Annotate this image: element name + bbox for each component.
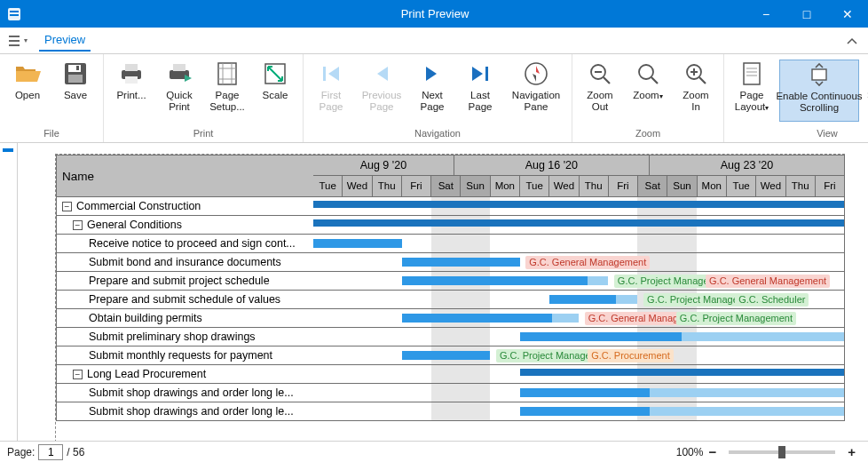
task-name-cell: Prepare and submit project schedule [56, 272, 313, 291]
collapse-ribbon-button[interactable] [847, 36, 861, 45]
collapse-toggle[interactable]: − [62, 202, 72, 211]
task-name-cell: −Commercial Construction [56, 197, 313, 216]
task-bar [520, 407, 844, 416]
zoom-in-label: Zoom In [683, 90, 708, 112]
quick-print-icon [165, 60, 193, 88]
save-button[interactable]: Save [55, 60, 96, 122]
save-icon [61, 60, 90, 88]
gantt-row [313, 197, 844, 216]
summary-bar [313, 219, 844, 227]
next-page-button[interactable]: Next Page [412, 60, 453, 122]
zoom-out-minus-button[interactable]: − [703, 444, 722, 459]
name-column-header: Name [56, 155, 313, 197]
day-header-cell: Thu [580, 176, 609, 197]
gantt-row [313, 365, 844, 384]
day-header-cell: Sat [431, 176, 461, 197]
open-button[interactable]: Open [7, 60, 48, 122]
scale-label: Scale [263, 90, 288, 101]
resource-tag: G.C. General Management [525, 256, 650, 269]
maximize-button[interactable]: □ [786, 0, 827, 28]
collapse-toggle[interactable]: − [73, 220, 83, 230]
zoom-out-button[interactable]: Zoom Out [580, 60, 620, 122]
page-layout-button[interactable]: Page Layout▾ [731, 60, 772, 122]
gantt-row [313, 402, 844, 421]
ribbon-group-view: Page Layout▾ Enable Continuous Scrolling… [724, 54, 868, 142]
gantt-row: G.C. Project ManagementG.C. General Mana… [313, 272, 844, 291]
day-header-cell: Wed [343, 176, 372, 197]
page-setup-label: Page Setup... [209, 90, 245, 112]
ribbon-group-zoom: Zoom Out Zoom▾ Zoom In Zoom [572, 54, 724, 142]
collapse-toggle[interactable]: − [73, 370, 83, 379]
svg-line-22 [269, 68, 281, 80]
task-bar [402, 351, 491, 360]
quick-print-button[interactable]: Quick Print [159, 60, 200, 122]
day-header-cell: Sun [667, 176, 697, 197]
svg-line-33 [604, 77, 610, 84]
zoom-in-plus-button[interactable]: + [842, 444, 861, 459]
svg-marker-27 [472, 67, 483, 81]
ribbon-tabs: ▾ Preview [0, 28, 868, 54]
zoom-icon [634, 60, 662, 88]
week-header-cell: Aug 16 '20 [454, 155, 650, 176]
page-setup-button[interactable]: Page Setup... [207, 60, 248, 122]
gantt-row: G.C. General Management [313, 253, 844, 272]
preview-area[interactable]: Name Aug 9 '20Aug 16 '20Aug 23 '20 TueWe… [0, 143, 868, 441]
page-number-input[interactable] [38, 444, 63, 460]
print-label: Print... [116, 90, 146, 101]
resource-tag: G.C. General Management [706, 275, 830, 288]
scale-button[interactable]: Scale [255, 60, 296, 122]
svg-marker-24 [328, 67, 339, 81]
svg-marker-25 [377, 67, 388, 81]
gantt-row [313, 328, 844, 346]
first-page-button: First Page [311, 60, 351, 122]
zoom-slider[interactable] [729, 450, 835, 454]
svg-line-38 [699, 77, 706, 84]
gantt-row: G.C. General ManagementG.C. Project Mana… [313, 309, 844, 328]
task-bar [549, 295, 638, 304]
ribbon-menu-button[interactable]: ▾ [7, 31, 28, 51]
previous-page-label: Previous Page [362, 90, 402, 112]
last-page-button[interactable]: Last Page [460, 60, 501, 122]
svg-point-35 [639, 65, 653, 79]
print-button[interactable]: Print... [111, 60, 152, 122]
svg-rect-23 [323, 67, 326, 81]
window-title: Print Preview [124, 7, 746, 20]
minimize-button[interactable]: − [746, 0, 786, 28]
day-header-cell: Mon [698, 176, 727, 197]
ribbon-group-print: Print... Quick Print Page Setup... Scale… [104, 54, 304, 142]
svg-rect-16 [218, 63, 236, 84]
zoom-button[interactable]: Zoom▾ [627, 60, 668, 122]
summary-bar [520, 369, 844, 376]
day-header-cell: Fri [402, 176, 431, 197]
task-name-cell: Submit shop drawings and order long le..… [56, 402, 313, 421]
zoom-out-icon [586, 60, 614, 88]
first-page-icon [317, 60, 345, 88]
task-name-cell: Submit shop drawings and order long le..… [56, 384, 313, 402]
svg-marker-30 [536, 66, 540, 74]
quick-print-label: Quick Print [166, 90, 192, 112]
app-icon [0, 0, 28, 28]
summary-bar [313, 201, 844, 208]
day-header-cell: Fri [609, 176, 638, 197]
zoom-slider-thumb[interactable] [778, 446, 785, 458]
ruler-handle[interactable] [3, 148, 13, 152]
preview-page: Name Aug 9 '20Aug 16 '20Aug 23 '20 TueWe… [55, 154, 845, 441]
previous-page-icon [367, 60, 396, 88]
tab-preview[interactable]: Preview [39, 29, 91, 52]
resource-tag: G.C. Scheduler [735, 293, 809, 307]
close-button[interactable]: ✕ [827, 0, 868, 28]
day-header-cell: Fri [816, 176, 845, 197]
zoom-label: Zoom▾ [633, 90, 662, 101]
svg-rect-9 [76, 66, 79, 70]
continuous-scrolling-button[interactable]: Enable Continuous Scrolling [779, 60, 859, 122]
navigation-pane-button[interactable]: Navigation Pane [508, 60, 564, 122]
group-label-view: View [724, 126, 868, 142]
svg-marker-26 [426, 67, 437, 81]
next-page-icon [418, 60, 446, 88]
page-layout-icon [738, 60, 766, 88]
open-label: Open [15, 90, 40, 101]
svg-rect-1 [10, 11, 19, 12]
page-layout-label: Page Layout▾ [735, 90, 769, 112]
day-header-cell: Wed [549, 176, 579, 197]
zoom-in-button[interactable]: Zoom In [675, 60, 716, 122]
